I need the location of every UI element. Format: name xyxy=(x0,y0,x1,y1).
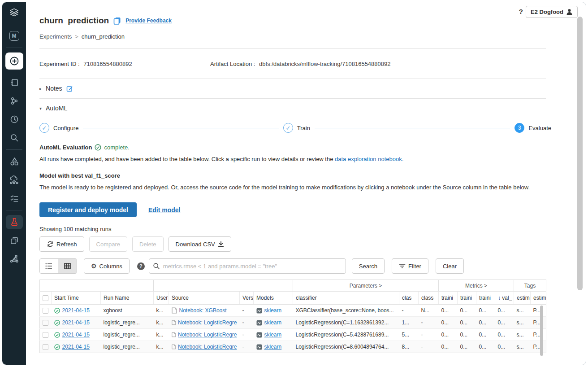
refresh-button[interactable]: Refresh xyxy=(39,236,84,252)
jobs-checklist-icon[interactable] xyxy=(6,191,23,205)
feedback-pages-icon[interactable] xyxy=(113,17,121,25)
compare-button[interactable]: Compare xyxy=(89,236,127,252)
col-val-sorted[interactable]: ↓ val_ xyxy=(495,292,514,305)
run-start-time-link[interactable]: 2021-04-15 xyxy=(62,332,90,338)
run-start-time-link[interactable]: 2021-04-15 xyxy=(62,319,90,326)
source-notebook-link[interactable]: Notebook: LogisticRegre xyxy=(178,344,237,350)
breadcrumb-experiments[interactable]: Experiments xyxy=(39,33,72,40)
run-start-time-link[interactable]: 2021-04-15 xyxy=(62,344,90,350)
data-shapes-icon[interactable] xyxy=(6,154,23,169)
experiment-id-value: 710816554880892 xyxy=(83,61,132,67)
row-checkbox[interactable] xyxy=(43,320,48,326)
row-checkbox[interactable] xyxy=(43,332,48,338)
metrics-group-header[interactable]: Metrics > xyxy=(439,280,514,292)
table-view-icon xyxy=(64,263,71,269)
model-link[interactable]: sklearn xyxy=(264,319,282,326)
source-notebook-link[interactable]: Notebook: XGBoost xyxy=(179,307,227,314)
stepper-line xyxy=(83,128,278,128)
search-button[interactable]: Search xyxy=(352,258,385,274)
col-metric-1[interactable]: traini xyxy=(439,292,458,305)
version-cell: - xyxy=(240,305,254,317)
runs-search-input[interactable] xyxy=(149,258,346,274)
edit-model-link[interactable]: Edit model xyxy=(148,206,181,214)
col-classifier[interactable]: classifier xyxy=(293,292,399,305)
col-start-time[interactable]: Start Time xyxy=(52,292,101,305)
table-row[interactable]: 2021-04-15 logistic_regre... k... Notebo… xyxy=(40,317,546,329)
col-metric-3[interactable]: traini xyxy=(476,292,495,305)
group-header-row: Parameters > Metrics > Tags xyxy=(40,280,546,292)
list-view-button[interactable] xyxy=(40,259,58,273)
model-link[interactable]: sklearn xyxy=(264,332,282,338)
search-help-badge[interactable]: ? xyxy=(137,262,145,270)
provide-feedback-link[interactable]: Provide Feedback xyxy=(125,17,172,24)
metric-cell: 0... xyxy=(458,305,476,317)
version-cell: - xyxy=(240,317,254,329)
table-row[interactable]: 2021-04-15 logistic_regre... k... Notebo… xyxy=(40,341,546,353)
col-metric-2[interactable]: traini xyxy=(458,292,476,305)
compute-cloud-icon[interactable] xyxy=(6,173,23,187)
models-stack-icon[interactable] xyxy=(6,233,23,248)
evaluation-body: All runs have completed, and have been a… xyxy=(39,155,546,164)
model-link[interactable]: sklearn xyxy=(264,307,282,314)
col-source[interactable]: Source xyxy=(169,292,240,305)
step-configure-check-icon: ✓ xyxy=(39,123,49,133)
run-start-time-link[interactable]: 2021-04-15 xyxy=(62,307,90,314)
edit-pencil-icon[interactable] xyxy=(66,85,73,92)
workspace-m-icon[interactable]: M xyxy=(6,29,23,43)
sklearn-model-icon xyxy=(256,344,262,350)
metric-cell: 0... xyxy=(439,329,458,341)
data-exploration-notebook-link[interactable]: data exploration notebook. xyxy=(335,156,403,162)
source-notebook-link[interactable]: Notebook: LogisticRegre xyxy=(178,319,237,326)
evaluation-title: AutoML Evaluation xyxy=(39,144,92,151)
table-row[interactable]: 2021-04-15 xgboost k... Notebook: XGBoos… xyxy=(40,305,546,317)
help-link[interactable]: ? xyxy=(519,8,523,15)
col-models[interactable]: Models xyxy=(254,292,293,305)
account-button[interactable]: E2 Dogfood xyxy=(526,6,578,18)
repos-icon[interactable] xyxy=(6,94,23,108)
experiments-flask-icon[interactable] xyxy=(6,215,23,229)
run-name-cell: xgboost xyxy=(101,305,154,317)
run-success-icon xyxy=(54,308,60,314)
metric-cell: 0... xyxy=(495,341,514,353)
download-csv-button[interactable]: Download CSV xyxy=(169,236,231,252)
select-all-checkbox[interactable] xyxy=(43,295,48,301)
register-deploy-button[interactable]: Register and deploy model xyxy=(39,202,137,217)
recents-clock-icon[interactable] xyxy=(6,112,23,127)
row-checkbox[interactable] xyxy=(43,344,48,350)
table-view-button[interactable] xyxy=(58,259,77,273)
search-field-icon xyxy=(153,262,160,270)
col-user[interactable]: User xyxy=(154,292,169,305)
filter-button[interactable]: Filter xyxy=(392,258,428,274)
page-title: churn_prediction xyxy=(39,16,109,26)
create-plus-button[interactable] xyxy=(5,52,23,70)
refresh-label: Refresh xyxy=(56,241,77,248)
page-scrollbar[interactable] xyxy=(577,17,583,290)
notebook-doc-icon xyxy=(172,319,176,326)
parameters-group-header[interactable]: Parameters > xyxy=(293,280,439,292)
row-checkbox[interactable] xyxy=(43,308,48,314)
version-cell: - xyxy=(240,329,254,341)
serving-graph-icon[interactable] xyxy=(6,252,23,266)
col-run-name[interactable]: Run Name xyxy=(101,292,154,305)
col-param-1[interactable]: clas xyxy=(399,292,419,305)
col-tag-1[interactable]: estim xyxy=(514,292,531,305)
run-success-icon xyxy=(54,332,60,338)
columns-button[interactable]: ⚙ Columns xyxy=(84,258,130,274)
table-row[interactable]: 2021-04-15 logistic_regre... k... Notebo… xyxy=(40,329,546,341)
delete-button[interactable]: Delete xyxy=(132,236,164,252)
col-tag-2[interactable]: estim xyxy=(531,292,546,305)
table-scrollbar[interactable] xyxy=(540,306,543,356)
search-icon[interactable] xyxy=(6,131,23,145)
automl-section-toggle[interactable]: ▾ AutoML xyxy=(39,99,546,117)
page-content: churn_prediction Provide Feedback Experi… xyxy=(39,2,546,353)
model-link[interactable]: sklearn xyxy=(264,344,282,350)
runs-count-text: Showing 100 matching runs xyxy=(39,226,546,232)
run-success-icon xyxy=(54,344,60,350)
source-notebook-link[interactable]: Notebook: LogisticRegre xyxy=(178,332,237,338)
metric-cell: 0... xyxy=(476,341,495,353)
notes-section-toggle[interactable]: ▸ Notes xyxy=(39,79,546,97)
col-param-2[interactable]: class xyxy=(419,292,439,305)
clear-button[interactable]: Clear xyxy=(436,258,464,274)
col-version[interactable]: Versi xyxy=(240,292,254,305)
notebooks-icon[interactable] xyxy=(6,75,23,90)
